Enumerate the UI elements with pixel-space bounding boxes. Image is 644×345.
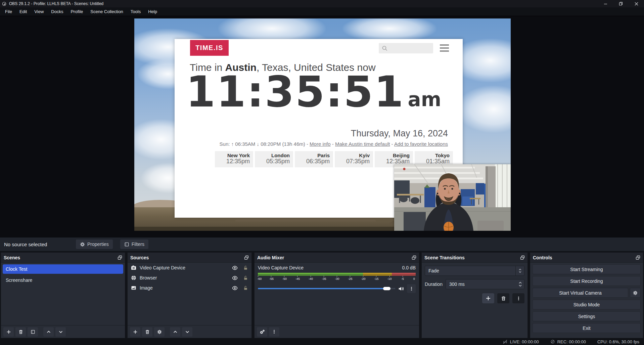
rec-timer: REC: 00:00:00	[557, 339, 586, 344]
scene-up-button[interactable]	[43, 327, 54, 337]
meter-tickmarks	[258, 276, 416, 277]
duration-label: Duration	[425, 282, 443, 287]
exit-button[interactable]: Exit	[533, 323, 641, 333]
speaker-icon[interactable]	[398, 286, 404, 292]
popout-icon[interactable]	[412, 255, 416, 260]
scene-transitions-header[interactable]: Scene Transitions	[422, 253, 527, 263]
advanced-audio-button[interactable]	[257, 327, 267, 337]
popout-icon[interactable]	[244, 255, 249, 260]
live-status: LIVE: 00:00:00	[503, 339, 539, 344]
spin-arrows-icon[interactable]	[518, 281, 522, 287]
close-button[interactable]	[629, 0, 644, 7]
source-up-button[interactable]	[170, 327, 180, 337]
make-default-link: Make Austin time default	[335, 141, 390, 147]
remove-scene-button[interactable]	[15, 327, 26, 337]
rec-inactive-icon	[550, 339, 555, 344]
clock-display: 11:35:51 am	[175, 70, 453, 114]
duration-spinbox[interactable]: 300 ms	[446, 279, 524, 289]
eye-icon[interactable]	[232, 285, 238, 291]
menu-profile[interactable]: Profile	[67, 7, 87, 16]
more-info-link: More info	[310, 141, 331, 147]
remove-transition-button[interactable]	[497, 293, 509, 303]
remove-source-button[interactable]	[142, 327, 152, 337]
transition-properties-button[interactable]	[512, 293, 524, 303]
lock-open-icon[interactable]	[243, 265, 248, 270]
hamburger-icon	[440, 44, 449, 52]
menu-view[interactable]: View	[31, 7, 47, 16]
source-row-image[interactable]: Image	[128, 283, 251, 293]
audio-mixer-title: Audio Mixer	[257, 255, 284, 260]
properties-button[interactable]: Properties	[76, 240, 113, 249]
eye-icon[interactable]	[232, 265, 238, 271]
city-time: 01:35am	[415, 158, 450, 165]
minimize-button[interactable]	[598, 0, 613, 7]
mixer-level-db: 0.0 dB	[402, 265, 416, 270]
start-recording-button[interactable]: Start Recording	[533, 276, 641, 286]
add-transition-button[interactable]	[482, 293, 494, 303]
city-time: 12:35am	[375, 158, 410, 165]
titlebar[interactable]: OBS 29.1.2 - Profile: LLHLS BETA - Scene…	[0, 0, 644, 7]
city-time: 05:35pm	[255, 158, 290, 165]
meter-tick-labels: -60 -55 -50 -45 -40 -35 -30 -25 -20 -15 …	[258, 277, 416, 281]
popout-icon[interactable]	[636, 255, 640, 260]
scenes-header[interactable]: Scenes	[1, 253, 125, 263]
lock-open-icon[interactable]	[243, 275, 248, 281]
menu-file[interactable]: File	[1, 7, 16, 16]
timeis-logo: TIME.IS	[190, 40, 229, 56]
city-time: 07:35pm	[335, 158, 370, 165]
scene-filters-button[interactable]	[28, 327, 38, 337]
transition-select[interactable]: Fade	[425, 266, 524, 276]
menu-edit[interactable]: Edit	[16, 7, 31, 16]
settings-button[interactable]: Settings	[533, 311, 641, 321]
kebab-icon	[272, 330, 276, 334]
city-name: Kyiv	[335, 153, 370, 158]
sources-header[interactable]: Sources	[128, 253, 251, 263]
controls-header[interactable]: Controls	[530, 253, 643, 263]
lock-open-icon[interactable]	[243, 286, 248, 291]
select-arrows-icon	[515, 266, 524, 275]
audio-mixer-header[interactable]: Audio Mixer	[255, 253, 419, 263]
popout-icon[interactable]	[520, 255, 525, 260]
city-time: 06:35pm	[295, 158, 330, 165]
trash-icon	[501, 296, 506, 301]
start-streaming-button[interactable]: Start Streaming	[533, 264, 641, 274]
scenes-dock: Scenes Clock Test Screenshare	[1, 252, 125, 338]
menu-tools[interactable]: Tools	[127, 7, 144, 16]
add-scene-button[interactable]	[3, 327, 14, 337]
gear-icon	[80, 242, 85, 247]
audio-mixer-toolbar	[255, 325, 419, 338]
menu-docks[interactable]: Docks	[47, 7, 67, 16]
source-down-button[interactable]	[182, 327, 192, 337]
volume-slider[interactable]	[258, 288, 395, 289]
city-box: New York 12:35pm	[215, 151, 253, 167]
menu-help[interactable]: Help	[144, 7, 161, 16]
sources-title: Sources	[130, 255, 149, 260]
scene-down-button[interactable]	[55, 327, 66, 337]
scene-item-clock-test[interactable]: Clock Test	[3, 264, 123, 274]
mixer-options-button[interactable]	[407, 284, 416, 293]
source-properties-button[interactable]	[154, 327, 165, 337]
cpu-text: CPU: 0.6%, 30.00 fps	[597, 339, 639, 344]
preview-canvas[interactable]: TIME.IS Time in Austin, Texas, United St…	[134, 18, 511, 231]
scene-item-screenshare[interactable]: Screenshare	[3, 275, 123, 285]
mixer-menu-button[interactable]	[269, 327, 279, 337]
scenes-toolbar	[1, 325, 125, 338]
city-box: Kyiv 07:35pm	[335, 151, 373, 167]
volume-slider-handle[interactable]	[383, 287, 390, 290]
virtual-camera-config-button[interactable]	[630, 288, 641, 298]
source-row-browser[interactable]: Browser	[128, 273, 251, 283]
audio-mixer-body: Video Capture Device 0.0 dB -60 -55 -50 …	[255, 263, 419, 325]
restore-button[interactable]	[613, 0, 629, 7]
source-row-video-capture[interactable]: Video Capture Device	[128, 263, 251, 273]
sources-list: Video Capture Device	[128, 263, 251, 325]
filters-button[interactable]: Filters	[120, 240, 148, 249]
start-virtual-camera-button[interactable]: Start Virtual Camera	[533, 288, 628, 298]
city-time: 12:35pm	[215, 158, 250, 165]
popout-icon[interactable]	[118, 255, 122, 260]
kebab-icon	[516, 296, 521, 301]
add-source-button[interactable]	[130, 327, 140, 337]
cpu-status: CPU: 0.6%, 30.00 fps	[597, 339, 639, 344]
eye-icon[interactable]	[232, 275, 238, 281]
studio-mode-button[interactable]: Studio Mode	[533, 300, 641, 309]
menu-scene-collection[interactable]: Scene Collection	[87, 7, 127, 16]
